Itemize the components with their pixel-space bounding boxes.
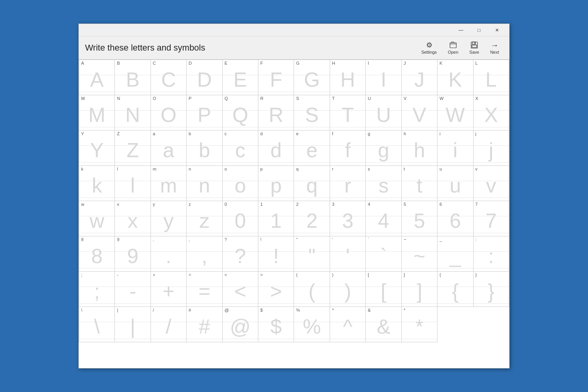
grid-cell-S[interactable]: SS <box>294 95 330 131</box>
grid-cell-_[interactable]: {{ <box>437 272 473 307</box>
grid-cell-j[interactable]: jj <box>474 131 509 166</box>
grid-cell-x[interactable]: xx <box>115 201 151 236</box>
grid-cell-X[interactable]: XX <box>474 95 509 131</box>
grid-cell-s[interactable]: ss <box>366 166 401 201</box>
grid-cell-_[interactable]: "" <box>294 236 330 272</box>
grid-cell-m[interactable]: mm <box>151 166 187 201</box>
grid-cell-7[interactable]: 77 <box>474 201 509 236</box>
grid-cell-M[interactable]: MM <box>79 95 115 131</box>
grid-cell-_[interactable]: `` <box>366 236 401 272</box>
grid-cell-V[interactable]: VV <box>402 95 437 131</box>
grid-cell-h[interactable]: hh <box>402 131 437 166</box>
grid-cell-z[interactable]: zz <box>187 201 222 236</box>
maximize-button[interactable]: □ <box>470 24 488 36</box>
grid-cell-F[interactable]: FF <box>258 60 294 95</box>
grid-cell-_[interactable]: '' <box>330 236 366 272</box>
grid-cell-_[interactable]: @@ <box>223 307 258 342</box>
settings-button[interactable]: ⚙ Settings <box>417 40 441 56</box>
grid-cell-9[interactable]: 99 <box>115 236 151 272</box>
grid-cell-e[interactable]: ee <box>294 131 330 166</box>
grid-cell-_[interactable]: [[ <box>366 272 401 307</box>
grid-cell-_[interactable]: ** <box>402 307 437 342</box>
grid-cell-R[interactable]: RR <box>258 95 294 131</box>
grid-cell-f[interactable]: ff <box>330 131 366 166</box>
open-button[interactable]: Open <box>444 40 462 56</box>
grid-cell-g[interactable]: gg <box>366 131 401 166</box>
grid-cell-_[interactable]: )) <box>330 272 366 307</box>
grid-cell-_[interactable]: ]] <box>402 272 437 307</box>
next-button[interactable]: → Next <box>486 40 503 56</box>
grid-cell-_[interactable]: // <box>151 307 187 342</box>
grid-cell-r[interactable]: rr <box>330 166 366 201</box>
grid-cell-G[interactable]: GG <box>294 60 330 95</box>
grid-cell-D[interactable]: DD <box>187 60 222 95</box>
grid-cell-_[interactable]: == <box>187 272 222 307</box>
grid-cell-_[interactable]: ;; <box>79 272 115 307</box>
grid-cell-o[interactable]: oo <box>223 166 258 201</box>
grid-cell-_[interactable]: !! <box>258 236 294 272</box>
grid-cell-_[interactable]: >> <box>258 272 294 307</box>
grid-cell-y[interactable]: yy <box>151 201 187 236</box>
grid-cell-_[interactable]: __ <box>437 236 473 272</box>
grid-cell-8[interactable]: 88 <box>79 236 115 272</box>
grid-cell-_[interactable]: && <box>366 307 401 342</box>
grid-cell-_[interactable]: << <box>223 272 258 307</box>
grid-cell-A[interactable]: AA <box>79 60 115 95</box>
grid-cell-B[interactable]: BB <box>115 60 151 95</box>
grid-cell-T[interactable]: TT <box>330 95 366 131</box>
grid-cell-b[interactable]: bb <box>187 131 222 166</box>
grid-cell-W[interactable]: WW <box>437 95 473 131</box>
grid-cell-_[interactable]: }} <box>474 272 509 307</box>
grid-cell-_[interactable]: -- <box>115 272 151 307</box>
grid-cell-E[interactable]: EE <box>223 60 258 95</box>
grid-cell-k[interactable]: kk <box>79 166 115 201</box>
grid-cell-3[interactable]: 33 <box>330 201 366 236</box>
grid-cell-_[interactable]: || <box>115 307 151 342</box>
grid-cell-_[interactable]: $$ <box>258 307 294 342</box>
grid-cell-u[interactable]: uu <box>437 166 473 201</box>
grid-cell-4[interactable]: 44 <box>366 201 401 236</box>
grid-cell-_[interactable]: ~~ <box>402 236 437 272</box>
grid-cell-_[interactable]: \\ <box>79 307 115 342</box>
grid-cell-P[interactable]: PP <box>187 95 222 131</box>
grid-cell-_[interactable]: ,, <box>187 236 222 272</box>
grid-cell-i[interactable]: ii <box>437 131 473 166</box>
grid-cell-q[interactable]: qq <box>294 166 330 201</box>
grid-cell-p[interactable]: pp <box>258 166 294 201</box>
grid-cell-v[interactable]: vv <box>474 166 509 201</box>
grid-cell-_[interactable]: ++ <box>151 272 187 307</box>
grid-cell-2[interactable]: 22 <box>294 201 330 236</box>
grid-cell-O[interactable]: OO <box>151 95 187 131</box>
grid-cell-t[interactable]: tt <box>402 166 437 201</box>
grid-cell-J[interactable]: JJ <box>402 60 437 95</box>
grid-cell-C[interactable]: CC <box>151 60 187 95</box>
grid-cell-L[interactable]: LL <box>474 60 509 95</box>
grid-cell-_[interactable]: :: <box>474 236 509 272</box>
grid-cell-H[interactable]: HH <box>330 60 366 95</box>
close-button[interactable]: ✕ <box>488 24 506 36</box>
grid-cell-d[interactable]: dd <box>258 131 294 166</box>
grid-cell-Z[interactable]: ZZ <box>115 131 151 166</box>
minimize-button[interactable]: — <box>452 24 470 36</box>
grid-cell-5[interactable]: 55 <box>402 201 437 236</box>
grid-cell-Y[interactable]: YY <box>79 131 115 166</box>
grid-cell-6[interactable]: 66 <box>437 201 473 236</box>
grid-cell-1[interactable]: 11 <box>258 201 294 236</box>
grid-cell-w[interactable]: ww <box>79 201 115 236</box>
grid-cell-_[interactable]: (( <box>294 272 330 307</box>
grid-cell-l[interactable]: ll <box>115 166 151 201</box>
grid-cell-a[interactable]: aa <box>151 131 187 166</box>
save-button[interactable]: Save <box>465 40 483 56</box>
grid-cell-_[interactable]: %% <box>294 307 330 342</box>
grid-cell-_[interactable]: .. <box>151 236 187 272</box>
grid-cell-I[interactable]: II <box>366 60 401 95</box>
grid-cell-Q[interactable]: QQ <box>223 95 258 131</box>
grid-cell-_[interactable]: ## <box>187 307 222 342</box>
grid-cell-n[interactable]: nn <box>187 166 222 201</box>
grid-cell-U[interactable]: UU <box>366 95 401 131</box>
grid-cell-N[interactable]: NN <box>115 95 151 131</box>
grid-cell-K[interactable]: KK <box>437 60 473 95</box>
grid-cell-c[interactable]: cc <box>223 131 258 166</box>
grid-cell-_[interactable]: ^^ <box>330 307 366 342</box>
grid-cell-0[interactable]: 00 <box>223 201 258 236</box>
